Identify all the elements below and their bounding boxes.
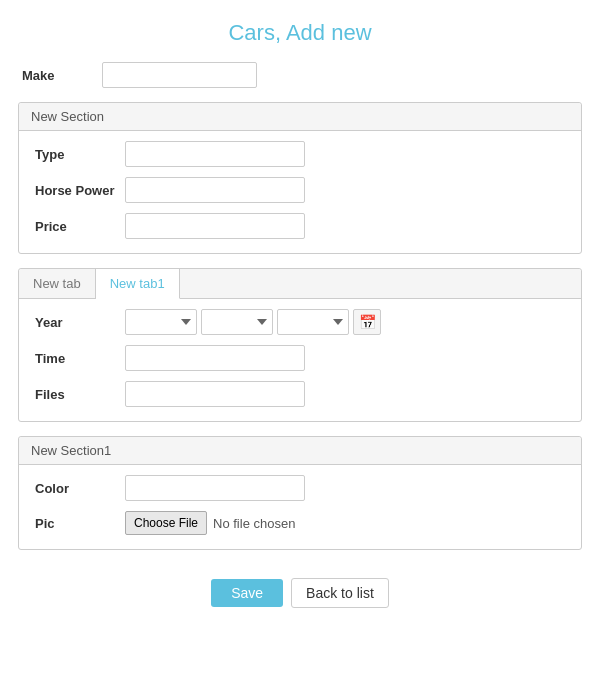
pic-label: Pic [35,516,125,531]
time-row: Time [35,345,565,371]
main-container: Make New Section Type Horse Power Price … [0,62,600,638]
tab-box: New tab New tab1 Year 📅 [18,268,582,422]
time-label: Time [35,351,125,366]
new-section1-body: Color Pic Choose File No file chosen [19,465,581,549]
time-input[interactable] [125,345,305,371]
new-section-box: New Section Type Horse Power Price [18,102,582,254]
new-section-body: Type Horse Power Price [19,131,581,253]
tab-body: Year 📅 Time [19,299,581,421]
year-year-select[interactable] [277,309,349,335]
choose-file-button[interactable]: Choose File [125,511,207,535]
save-button[interactable]: Save [211,579,283,607]
pic-row: Pic Choose File No file chosen [35,511,565,535]
year-row: Year 📅 [35,309,565,335]
price-label: Price [35,219,125,234]
horsepower-label: Horse Power [35,183,125,198]
no-file-text: No file chosen [213,516,295,531]
bottom-buttons: Save Back to list [18,564,582,628]
tab-header: New tab New tab1 [19,269,581,299]
year-month-select[interactable] [125,309,197,335]
calendar-icon: 📅 [359,314,376,330]
new-section1-box: New Section1 Color Pic Choose File No fi… [18,436,582,550]
horsepower-input[interactable] [125,177,305,203]
files-input[interactable] [125,381,305,407]
price-row: Price [35,213,565,239]
back-to-list-button[interactable]: Back to list [291,578,389,608]
make-row: Make [18,62,582,88]
files-label: Files [35,387,125,402]
year-selects: 📅 [125,309,381,335]
new-section-header: New Section [19,103,581,131]
color-input[interactable] [125,475,305,501]
color-label: Color [35,481,125,496]
make-label: Make [22,68,102,83]
type-input[interactable] [125,141,305,167]
year-day-select[interactable] [201,309,273,335]
page-title: Cars, Add new [0,0,600,62]
new-section1-header: New Section1 [19,437,581,465]
horsepower-row: Horse Power [35,177,565,203]
tab-new-tab1[interactable]: New tab1 [96,269,180,299]
type-row: Type [35,141,565,167]
color-row: Color [35,475,565,501]
make-input[interactable] [102,62,257,88]
files-row: Files [35,381,565,407]
tab-new-tab[interactable]: New tab [19,269,96,298]
type-label: Type [35,147,125,162]
calendar-button[interactable]: 📅 [353,309,381,335]
price-input[interactable] [125,213,305,239]
year-label: Year [35,315,125,330]
